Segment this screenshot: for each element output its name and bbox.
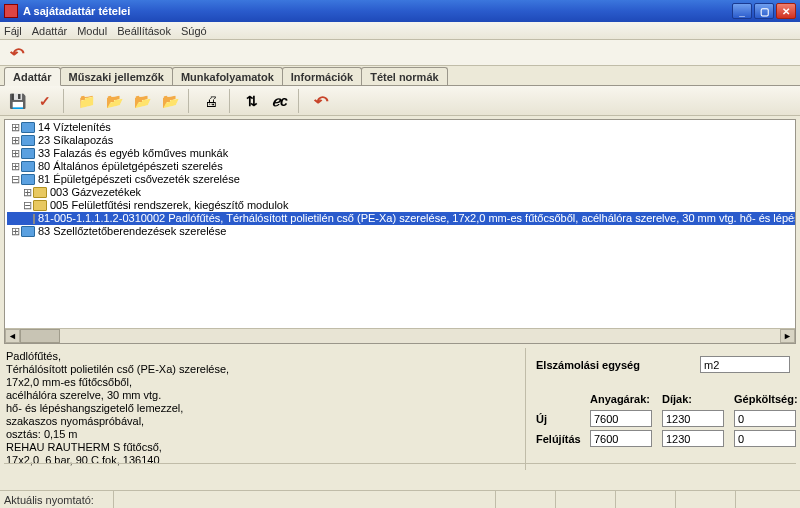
back-button[interactable]: ↶ xyxy=(6,44,28,62)
horizontal-scrollbar[interactable]: ◄ ► xyxy=(5,328,795,343)
menu-beallitasok[interactable]: Beállítások xyxy=(117,25,171,37)
sort-button[interactable]: ⇅ xyxy=(239,89,265,113)
tree-item-label: 14 Víztelenítés xyxy=(38,121,111,134)
price-pane: Elszámolási egység Anyagárak: Díjak: Gép… xyxy=(526,348,796,470)
check-button[interactable]: ✓ xyxy=(32,89,58,113)
row-fel-label: Felújítás xyxy=(536,433,584,445)
hdr-anyagarak: Anyagárak: xyxy=(590,393,656,407)
scroll-left-button[interactable]: ◄ xyxy=(5,329,20,343)
unit-label: Elszámolási egység xyxy=(536,359,700,371)
expand-toggle[interactable]: ⊞ xyxy=(21,186,33,199)
menu-adattar[interactable]: Adattár xyxy=(32,25,67,37)
back-arrow-icon: ↶ xyxy=(10,44,25,62)
tab-muszaki[interactable]: Műszaki jellemzők xyxy=(60,67,173,85)
printer-icon: 🖨 xyxy=(204,93,218,109)
folder-icon xyxy=(33,187,47,198)
close-button[interactable]: ✕ xyxy=(776,3,796,19)
tree-item[interactable]: ⊞003 Gázvezetékek xyxy=(7,186,795,199)
hdr-gepkoltseg: Gépköltség: xyxy=(734,393,800,407)
uj-anyag-input[interactable] xyxy=(590,410,652,427)
folder-button-2[interactable]: 📂 xyxy=(101,89,127,113)
scroll-track[interactable] xyxy=(20,329,780,343)
tree-item[interactable]: ⊞33 Falazás és egyéb kőműves munkák xyxy=(7,147,795,160)
tree-item-label: 003 Gázvezetékek xyxy=(50,186,141,199)
tree-item[interactable]: ⊟005 Felületfűtési rendszerek, kiegészít… xyxy=(7,199,795,212)
expand-toggle[interactable]: ⊟ xyxy=(21,199,33,212)
folder-icon xyxy=(21,122,35,133)
status-printer-label: Aktuális nyomtató: xyxy=(4,494,94,506)
tree-item[interactable]: ⊞14 Víztelenítés xyxy=(7,121,795,134)
tab-tetel-normak[interactable]: Tétel normák xyxy=(361,67,447,85)
uj-gep-input[interactable] xyxy=(734,410,796,427)
title-bar: A sajátadattár tételei _ ▢ ✕ xyxy=(0,0,800,22)
desc-line: Térhálósított polietilén cső (PE-Xa) sze… xyxy=(6,363,519,376)
save-button[interactable]: 💾 xyxy=(4,89,30,113)
scroll-right-button[interactable]: ► xyxy=(780,329,795,343)
expand-toggle[interactable]: ⊟ xyxy=(9,173,21,186)
separator xyxy=(188,89,193,113)
tab-munkafolyamatok[interactable]: Munkafolyamatok xyxy=(172,67,283,85)
desc-line: acélhálóra szerelve, 30 mm vtg. xyxy=(6,389,519,402)
web-icon: ℯc xyxy=(272,93,288,109)
undo-icon: ↶ xyxy=(314,92,329,110)
expand-toggle[interactable]: ⊞ xyxy=(9,134,21,147)
tree-item[interactable]: ⊞83 Szellőztetőberendezések szerelése xyxy=(7,225,795,238)
expand-toggle[interactable]: ⊞ xyxy=(9,160,21,173)
fel-gep-input[interactable] xyxy=(734,430,796,447)
tree-item-label: 81-005-1.1.1.1.2-0310002 Padlófűtés, Tér… xyxy=(38,212,796,225)
work-area: ⊞14 Víztelenítés⊞23 Síkalapozás⊞33 Falaz… xyxy=(0,117,800,490)
expand-toggle[interactable]: ⊞ xyxy=(9,147,21,160)
menu-bar: Fájl Adattár Modul Beállítások Súgó xyxy=(0,22,800,40)
folder-icon xyxy=(21,174,35,185)
desc-line: REHAU RAUTHERM S fűtőcső, xyxy=(6,441,519,454)
folder-open-icon: 📂 xyxy=(106,93,123,109)
tree-item[interactable]: ⊞23 Síkalapozás xyxy=(7,134,795,147)
splitter[interactable] xyxy=(4,463,796,466)
tree-item-selected[interactable]: 81-005-1.1.1.1.2-0310002 Padlófűtés, Tér… xyxy=(7,212,795,225)
uj-dij-input[interactable] xyxy=(662,410,724,427)
tab-adattar[interactable]: Adattár xyxy=(4,67,61,86)
row-uj-label: Új xyxy=(536,413,584,425)
description-pane: Padlófűtés, Térhálósított polietilén cső… xyxy=(4,348,526,470)
folder-icon xyxy=(21,148,35,159)
desc-line: Padlófűtés, xyxy=(6,350,519,363)
menu-sugo[interactable]: Súgó xyxy=(181,25,207,37)
window-title: A sajátadattár tételei xyxy=(23,5,732,17)
category-tree[interactable]: ⊞14 Víztelenítés⊞23 Síkalapozás⊞33 Falaz… xyxy=(4,119,796,344)
minimize-button[interactable]: _ xyxy=(732,3,752,19)
tab-informaciok[interactable]: Információk xyxy=(282,67,362,85)
web-button[interactable]: ℯc xyxy=(267,89,293,113)
desc-line: 17x2,0 mm-es fűtőcsőből, xyxy=(6,376,519,389)
folder-icon xyxy=(21,226,35,237)
menu-modul[interactable]: Modul xyxy=(77,25,107,37)
scroll-thumb[interactable] xyxy=(20,329,60,343)
window-controls: _ ▢ ✕ xyxy=(732,3,796,19)
fel-dij-input[interactable] xyxy=(662,430,724,447)
bars-icon: ⇅ xyxy=(246,93,258,109)
fel-anyag-input[interactable] xyxy=(590,430,652,447)
app-icon xyxy=(4,4,18,18)
folder-arrow2-icon: 📂 xyxy=(162,93,179,109)
folder-arrow-icon: 📂 xyxy=(134,93,151,109)
tree-item[interactable]: ⊞80 Általános épületgépészeti szerelés xyxy=(7,160,795,173)
unit-input[interactable] xyxy=(700,356,790,373)
undo-button[interactable]: ↶ xyxy=(308,89,334,113)
print-button[interactable]: 🖨 xyxy=(198,89,224,113)
expand-toggle[interactable]: ⊞ xyxy=(9,225,21,238)
document-icon xyxy=(33,214,35,224)
toolbar: 💾 ✓ 📁 📂 📂 📂 🖨 ⇅ ℯc ↶ xyxy=(0,86,800,116)
separator xyxy=(298,89,303,113)
tree-item-label: 33 Falazás és egyéb kőműves munkák xyxy=(38,147,228,160)
separator xyxy=(63,89,68,113)
tree-item[interactable]: ⊟81 Épületgépészeti csővezeték szerelése xyxy=(7,173,795,186)
folder-button-1[interactable]: 📁 xyxy=(73,89,99,113)
expand-toggle[interactable]: ⊞ xyxy=(9,121,21,134)
folder-icon xyxy=(33,200,47,211)
folder-icon: 📁 xyxy=(78,93,95,109)
maximize-button[interactable]: ▢ xyxy=(754,3,774,19)
folder-button-3[interactable]: 📂 xyxy=(129,89,155,113)
folder-button-4[interactable]: 📂 xyxy=(157,89,183,113)
menu-file[interactable]: Fájl xyxy=(4,25,22,37)
desc-line: szakaszos nyomáspróbával, xyxy=(6,415,519,428)
tree-item-label: 23 Síkalapozás xyxy=(38,134,113,147)
